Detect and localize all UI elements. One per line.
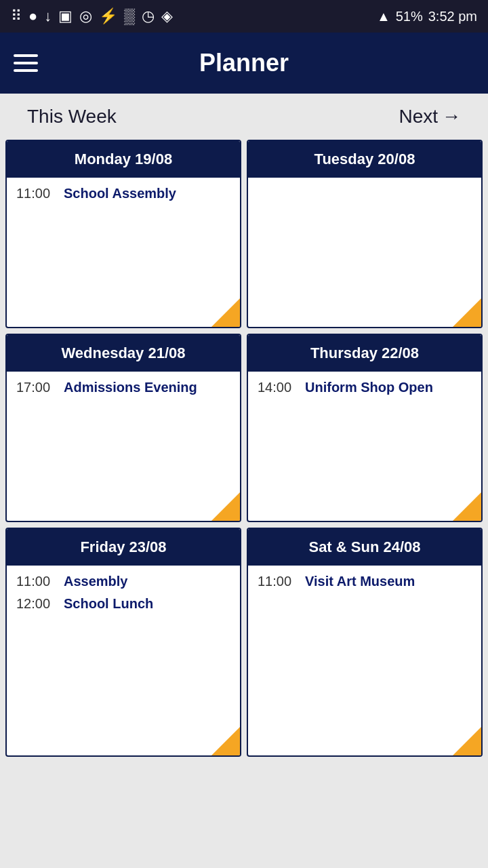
corner-decoration <box>211 298 240 327</box>
event-name: Assembly <box>64 574 128 589</box>
corner-decoration <box>211 492 240 521</box>
usb-icon: ⚡ <box>99 7 117 25</box>
page-title: Planner <box>199 49 289 77</box>
event-name: School Lunch <box>64 596 153 612</box>
time-display: 3:52 pm <box>428 9 477 24</box>
event-row: 11:00 School Assembly <box>16 186 230 201</box>
day-body-thursday: 14:00 Uniform Shop Open <box>248 372 481 521</box>
signal-icon: ▲ <box>377 9 390 24</box>
day-header-monday: Monday 19/08 <box>7 141 240 178</box>
event-row: 11:00 Visit Art Museum <box>258 574 472 589</box>
day-card-monday: Monday 19/08 11:00 School Assembly <box>5 140 241 328</box>
hamburger-line-2 <box>14 62 38 64</box>
corner-decoration <box>453 727 481 755</box>
day-header-wednesday: Wednesday 21/08 <box>7 335 240 372</box>
app-header: Planner <box>0 33 488 94</box>
week-navigation: This Week Next → <box>0 94 488 140</box>
download-icon: ↓ <box>44 7 52 25</box>
chrome-icon: ◎ <box>79 7 92 25</box>
event-time: 12:00 <box>16 596 64 612</box>
day-body-weekend: 11:00 Visit Art Museum <box>248 566 481 755</box>
event-name: Visit Art Museum <box>305 574 415 589</box>
event-time: 11:00 <box>16 574 64 589</box>
day-header-thursday: Thursday 22/08 <box>248 335 481 372</box>
next-arrow-icon: → <box>442 106 461 127</box>
corner-decoration <box>453 298 481 327</box>
event-time: 11:00 <box>16 186 64 201</box>
menu-button[interactable] <box>14 54 38 72</box>
day-header-weekend: Sat & Sun 24/08 <box>248 529 481 566</box>
day-card-tuesday: Tuesday 20/08 <box>247 140 483 328</box>
event-time: 14:00 <box>258 380 305 395</box>
notification-icon: ⠿ <box>11 7 22 25</box>
day-header-friday: Friday 23/08 <box>7 529 240 566</box>
event-name: Uniform Shop Open <box>305 380 433 395</box>
day-body-wednesday: 17:00 Admissions Evening <box>7 372 240 521</box>
event-name: Admissions Evening <box>64 380 197 395</box>
next-week-button[interactable]: Next → <box>399 106 461 127</box>
calendar-grid: Monday 19/08 11:00 School Assembly Tuesd… <box>0 140 488 768</box>
status-bar: ⠿ ● ↓ ▣ ◎ ⚡ ▒ ◷ ◈ ▲ 51% 3:52 pm <box>0 0 488 33</box>
day-body-tuesday <box>248 178 481 327</box>
battery-percent: 51% <box>396 9 423 24</box>
event-time: 11:00 <box>258 574 305 589</box>
event-row: 17:00 Admissions Evening <box>16 380 230 395</box>
corner-decoration <box>211 727 240 755</box>
wifi-icon: ◈ <box>161 7 173 25</box>
status-icons-left: ⠿ ● ↓ ▣ ◎ ⚡ ▒ ◷ ◈ <box>11 7 173 25</box>
day-card-thursday: Thursday 22/08 14:00 Uniform Shop Open <box>247 334 483 522</box>
status-icons-right: ▲ 51% 3:52 pm <box>377 9 477 24</box>
next-label: Next <box>399 106 438 127</box>
day-card-wednesday: Wednesday 21/08 17:00 Admissions Evening <box>5 334 241 522</box>
event-row: 11:00 Assembly <box>16 574 230 589</box>
image-icon: ▣ <box>58 7 73 25</box>
event-row: 14:00 Uniform Shop Open <box>258 380 472 395</box>
day-body-friday: 11:00 Assembly 12:00 School Lunch <box>7 566 240 755</box>
vibrate-icon: ▒ <box>124 7 135 25</box>
alarm-icon: ◷ <box>142 7 155 25</box>
day-header-tuesday: Tuesday 20/08 <box>248 141 481 178</box>
day-card-friday: Friday 23/08 11:00 Assembly 12:00 School… <box>5 528 241 757</box>
corner-decoration <box>453 492 481 521</box>
event-row: 12:00 School Lunch <box>16 596 230 612</box>
hamburger-line-3 <box>14 69 38 72</box>
day-body-monday: 11:00 School Assembly <box>7 178 240 327</box>
event-time: 17:00 <box>16 380 64 395</box>
day-card-weekend: Sat & Sun 24/08 11:00 Visit Art Museum <box>247 528 483 757</box>
event-name: School Assembly <box>64 186 176 201</box>
whatsapp-icon: ● <box>28 7 37 25</box>
current-week-label: This Week <box>27 106 117 127</box>
hamburger-line-1 <box>14 54 38 57</box>
